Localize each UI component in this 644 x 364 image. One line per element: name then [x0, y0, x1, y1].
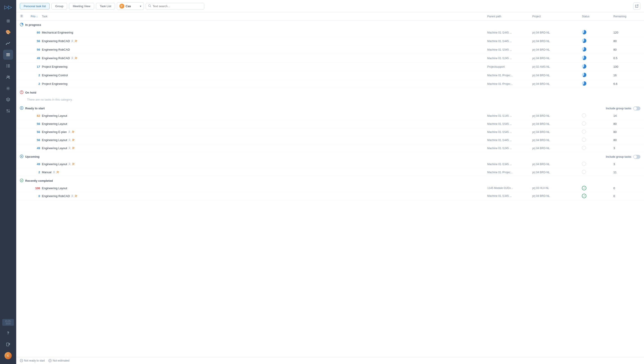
topbar: Personal task list Group Meeting View Ta…: [16, 0, 644, 12]
status-check-icon: ✓: [582, 194, 586, 198]
project: prj 04 BRD-NL: [532, 138, 582, 142]
sidebar-item-list[interactable]: [3, 61, 13, 71]
not-estimated-label: Not estimated: [53, 359, 69, 362]
table-row: 56 Engineering Layout Machine 01 /1545 .…: [16, 120, 644, 128]
prio-value: 82: [31, 114, 42, 118]
col-parent-path: Parent path: [487, 15, 532, 18]
parent-path: Machine 01 /1445 ...: [487, 40, 532, 43]
user-avatar: C: [119, 4, 124, 8]
task-name: Engineering RobCAD: [42, 56, 487, 60]
task-name: Engineering E-plan: [42, 130, 487, 134]
status: [582, 64, 613, 69]
svg-line-20: [150, 6, 151, 7]
settings-icon[interactable]: [20, 14, 31, 18]
on-hold-empty-message: There are no tasks in this category.: [16, 96, 644, 104]
sidebar-item-tasks[interactable]: [3, 50, 13, 60]
prio-value: 56: [31, 130, 42, 134]
sidebar-item-grid[interactable]: ⊞: [3, 16, 13, 26]
prio-value: 17: [31, 65, 42, 68]
prio-value: 2: [31, 82, 42, 86]
table-row: 49 Engineering Layout Machine 01 /1245 .…: [16, 144, 644, 152]
table-row: 17 Project Engineering Projectsupport pr…: [16, 62, 644, 71]
project: prj 03 HLV-NL: [532, 186, 582, 190]
task-name: Engineering RobCAD: [42, 194, 487, 198]
remaining: 0: [613, 186, 640, 190]
section-upcoming-label: Upcoming: [25, 155, 40, 158]
sidebar-item-users[interactable]: [3, 72, 13, 82]
tab-meeting-view[interactable]: Meeting View: [69, 3, 94, 10]
col-status: Status: [582, 15, 613, 18]
task-user-icons: [53, 171, 59, 174]
parent-path: Machine 01 /Projec...: [487, 82, 532, 86]
col-remaining: Remaining: [613, 15, 640, 18]
svg-point-36: [69, 131, 70, 132]
prio-value: 56: [31, 138, 42, 142]
upcoming-icon: [20, 154, 24, 159]
remaining: 6.6: [613, 82, 640, 86]
prio-value: 56: [31, 48, 42, 51]
svg-point-24: [72, 40, 73, 41]
include-group-toggle-upcoming[interactable]: [633, 155, 640, 159]
section-on-hold-label: On hold: [25, 91, 36, 94]
project: prj 04 BRD-NL: [532, 171, 582, 174]
col-task: Task: [42, 15, 487, 18]
svg-point-10: [7, 76, 8, 77]
task-user-icons: [69, 147, 75, 150]
tab-group[interactable]: Group: [51, 3, 67, 10]
status: [582, 114, 613, 118]
status: [582, 130, 613, 134]
section-upcoming: Upcoming Include group tasks: [16, 152, 644, 160]
task-name: Mechanical Engineering: [42, 31, 487, 34]
parent-path: 1145 Module 01/En...: [487, 186, 532, 190]
task-name: Engineering Layout: [42, 138, 487, 142]
search-input[interactable]: [153, 4, 202, 8]
project: prj 04 BRD-NL: [532, 74, 582, 77]
svg-point-55: [72, 195, 73, 196]
tab-personal-task-list[interactable]: Personal task list: [20, 3, 50, 10]
task-name: Engineering Layout: [42, 122, 487, 126]
external-link-button[interactable]: [633, 2, 640, 10]
remaining: 80: [613, 122, 640, 126]
sidebar-item-palette[interactable]: 🎨: [3, 27, 13, 37]
include-group-toggle-ready[interactable]: [633, 106, 640, 110]
parent-path: Machine 01 /1445 ...: [487, 138, 532, 142]
sidebar-item-export[interactable]: [3, 340, 13, 350]
search-box[interactable]: [146, 3, 204, 10]
svg-point-54: [20, 179, 23, 182]
svg-point-39: [69, 139, 70, 140]
project: prj 04 BRD-NL: [532, 40, 582, 43]
svg-point-0: [6, 44, 7, 45]
sidebar-item-layers[interactable]: [3, 95, 13, 104]
svg-rect-18: [7, 343, 9, 346]
project: prj 04 BRD-NL: [532, 194, 582, 198]
section-recently-completed-label: Recently completed: [25, 179, 53, 182]
sidebar-item-settings[interactable]: [3, 84, 13, 93]
task-name: Engineering Layout: [42, 114, 487, 118]
parent-path: Machine 01 /1445 ...: [487, 31, 532, 34]
sidebar-item-help[interactable]: ?: [3, 328, 13, 338]
status-not-ready: Not ready to start: [20, 359, 45, 362]
parent-path: Machine 01 /1245 ...: [487, 57, 532, 60]
remaining: 16: [613, 74, 640, 77]
tab-task-list[interactable]: Task List: [96, 3, 115, 10]
svg-point-15: [9, 111, 10, 112]
table-row: 2 Manual Machine 01 /Projec... prj 04 BR…: [16, 168, 644, 176]
user-avatar-sidebar[interactable]: C: [3, 351, 13, 361]
table-row: 0 Engineering RobCAD Machine 01 /1345 ..…: [16, 192, 644, 200]
user-selector[interactable]: C Cas ▾: [117, 2, 144, 10]
svg-point-14: [7, 110, 8, 110]
table-row: 82 Engineering Layout Machine 01 /1145 .…: [16, 112, 644, 120]
sort-icon: ↓: [36, 15, 38, 18]
task-user-icons: [71, 40, 78, 42]
sidebar-item-chart[interactable]: [3, 38, 13, 48]
task-name: Engineering RobCAD: [42, 39, 487, 43]
parent-path: Machine 01 /Projec...: [487, 171, 532, 174]
remaining: 0.5: [613, 56, 640, 60]
user-name: Cas: [126, 4, 131, 8]
sidebar-item-filter[interactable]: [3, 106, 13, 116]
remaining: 14: [613, 114, 640, 118]
task-name: Engineering Layout: [42, 162, 487, 166]
remaining: 3: [613, 162, 640, 166]
status-bar: Not ready to start Not estimated: [16, 357, 644, 364]
remaining: 3: [613, 146, 640, 150]
